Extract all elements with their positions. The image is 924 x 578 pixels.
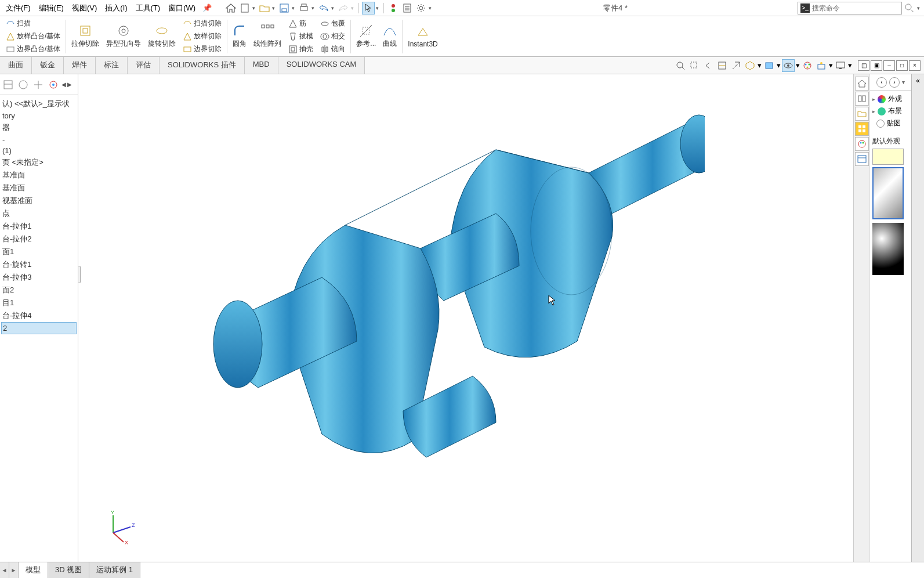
tree-item[interactable]: 基准面 <box>1 182 77 194</box>
scan-button[interactable]: 扫描 <box>5 18 61 30</box>
tree-item[interactable]: 器 <box>1 121 77 134</box>
tree-item[interactable]: 台-拉伸2 <box>1 233 77 245</box>
appearance-tree-root[interactable]: ▸外观 <box>872 93 909 105</box>
curves-button[interactable]: 曲线 <box>379 18 400 55</box>
decal-tree-root[interactable]: 贴图 <box>872 117 909 129</box>
tree-tab-left-arrow[interactable]: ◀ <box>61 81 66 88</box>
tree-item[interactable]: 目1 <box>1 297 77 309</box>
tree-tab-property-icon[interactable] <box>16 77 30 93</box>
edit-appearance-icon[interactable] <box>801 59 814 72</box>
tree-item[interactable]: 台-拉伸4 <box>1 309 77 322</box>
tree-item[interactable]: 台-拉伸3 <box>1 271 77 284</box>
tab-sw-addins[interactable]: SOLIDWORKS 插件 <box>160 57 245 74</box>
search-icon[interactable] <box>903 2 916 15</box>
tree-item[interactable]: 2 <box>1 322 77 334</box>
orientation-triad[interactable]: Y Z X <box>102 510 136 544</box>
win-arrange-icon[interactable]: ◫ <box>858 60 869 71</box>
display-style-dropdown[interactable]: ▾ <box>777 61 781 70</box>
save-icon[interactable] <box>278 2 291 15</box>
tree-item[interactable]: tory <box>1 110 77 121</box>
win-close-icon[interactable]: × <box>909 60 921 71</box>
settings-dropdown[interactable]: ▾ <box>429 5 433 11</box>
display-style-icon[interactable] <box>763 59 776 72</box>
instant3d-button[interactable]: Instant3D <box>404 18 441 55</box>
boundary-button[interactable]: 边界凸台/基体 <box>5 44 61 55</box>
appearance-color-swatch[interactable] <box>872 149 904 165</box>
options-doc-icon[interactable] <box>401 2 414 15</box>
panel-back-icon[interactable]: ‹ <box>876 77 887 88</box>
rib-button[interactable]: 筋 <box>287 18 314 30</box>
select-dropdown[interactable]: ▾ <box>376 5 381 11</box>
tab-mbd[interactable]: MBD <box>245 57 278 74</box>
tree-item[interactable]: - <box>1 134 77 145</box>
view-orientation-icon[interactable] <box>744 59 756 72</box>
btab-3dviews[interactable]: 3D 视图 <box>48 562 89 578</box>
tree-tab-feature-icon[interactable] <box>1 77 15 93</box>
tree-item[interactable]: 面2 <box>1 284 77 297</box>
tree-tab-right-arrow[interactable]: ▶ <box>67 81 72 88</box>
extrude-cut-button[interactable]: 拉伸切除 <box>68 18 103 55</box>
open-dropdown[interactable]: ▾ <box>272 5 277 11</box>
revolve-cut-button[interactable]: 旋转切除 <box>144 18 179 55</box>
command-search-input[interactable] <box>812 4 899 12</box>
undo-icon[interactable] <box>317 2 330 15</box>
pin-icon[interactable]: 📌 <box>202 3 212 12</box>
select-icon[interactable] <box>362 2 375 15</box>
hide-show-icon[interactable] <box>782 59 795 72</box>
scan-cut-button[interactable]: 扫描切除 <box>182 18 223 30</box>
fillet-button[interactable]: 圆角 <box>229 18 250 55</box>
reference-geometry-button[interactable]: 参考... <box>353 18 379 55</box>
tree-body[interactable]: 认) <<默认>_显示状 tory器-(1)页 <未指定>基准面基准面视基准面点… <box>0 95 78 562</box>
view-settings-dropdown[interactable]: ▾ <box>848 61 852 70</box>
btab-scroll-left[interactable]: ◄ <box>0 562 9 578</box>
home-icon[interactable] <box>224 2 237 15</box>
tree-item[interactable]: 台-旋转1 <box>1 258 77 271</box>
new-dropdown[interactable]: ▾ <box>252 5 257 11</box>
rebuild-icon[interactable] <box>387 2 400 15</box>
tab-sheetmetal[interactable]: 钣金 <box>32 57 64 74</box>
appearance-preview-checker[interactable] <box>872 223 904 275</box>
new-icon[interactable] <box>238 2 251 15</box>
btab-scroll-right[interactable]: ► <box>9 562 19 578</box>
view-settings-icon[interactable] <box>834 59 847 72</box>
taskpane-collapse-icon[interactable]: « <box>916 77 920 85</box>
tab-weldments[interactable]: 焊件 <box>64 57 96 74</box>
apply-scene-dropdown[interactable]: ▾ <box>829 61 833 70</box>
win-minimize-icon[interactable]: – <box>883 60 895 71</box>
mirror-button[interactable]: 镜向 <box>319 44 346 55</box>
tree-item[interactable]: 视基准面 <box>1 194 77 207</box>
tree-item[interactable]: 页 <未指定> <box>1 156 77 169</box>
tree-item[interactable]: 基准面 <box>1 169 77 182</box>
tree-root[interactable]: 认) <<默认>_显示状 <box>1 97 77 110</box>
menu-view[interactable]: 视图(V) <box>68 1 100 15</box>
win-maximize-icon[interactable]: □ <box>896 60 908 71</box>
draft-button[interactable]: 拔模 <box>287 31 314 42</box>
tree-item[interactable]: 点 <box>1 207 77 220</box>
boundary-cut-button[interactable]: 边界切除 <box>182 44 223 55</box>
previous-view-icon[interactable] <box>702 59 715 72</box>
loft-cut-button[interactable]: 放样切除 <box>182 31 223 42</box>
apply-scene-icon[interactable] <box>815 59 828 72</box>
tree-item[interactable]: 面1 <box>1 245 77 258</box>
menu-tools[interactable]: 工具(T) <box>132 1 164 15</box>
tree-item[interactable]: 台-拉伸1 <box>1 220 77 233</box>
panel-fwd-icon[interactable]: › <box>889 77 900 88</box>
intersect-button[interactable]: 相交 <box>319 31 346 42</box>
hide-show-dropdown[interactable]: ▾ <box>796 61 800 70</box>
menu-edit[interactable]: 编辑(E) <box>35 1 67 15</box>
tab-annotate[interactable]: 标注 <box>96 57 128 74</box>
linear-pattern-button[interactable]: 线性阵列 <box>250 18 285 55</box>
scene-tree-root[interactable]: ▸布景 <box>872 105 909 117</box>
panel-menu-dropdown[interactable]: ▾ <box>902 79 905 85</box>
btab-model[interactable]: 模型 <box>19 562 48 578</box>
menu-window[interactable]: 窗口(W) <box>165 1 199 15</box>
win-newwindow-icon[interactable]: ▣ <box>871 60 882 71</box>
taskpane-appearance-icon[interactable] <box>855 137 869 151</box>
print-dropdown[interactable]: ▾ <box>311 5 316 11</box>
undo-dropdown[interactable]: ▾ <box>331 5 336 11</box>
appearance-preview-sphere[interactable] <box>872 167 904 219</box>
tree-splitter-handle[interactable]: ⋮ <box>78 266 81 283</box>
dynamic-annotation-icon[interactable] <box>730 59 742 72</box>
redo-dropdown[interactable]: ▾ <box>351 5 356 11</box>
tab-evaluate[interactable]: 评估 <box>128 57 160 74</box>
